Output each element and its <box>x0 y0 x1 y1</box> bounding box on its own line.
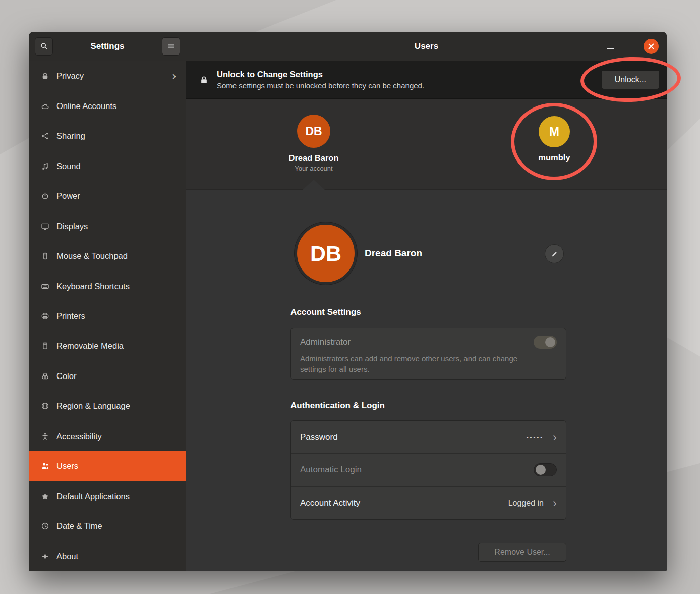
edit-name-button[interactable] <box>545 244 564 263</box>
administrator-panel: Administrator Administrators can add and… <box>290 328 566 380</box>
user-details: DB Dread Baron Account Settings Administ… <box>186 190 667 571</box>
sidebar-item-label: Date & Time <box>56 521 102 531</box>
page-title: Users <box>415 41 438 51</box>
profile-avatar[interactable]: DB <box>295 222 357 285</box>
hamburger-icon <box>167 42 176 50</box>
password-dots: ••••• <box>527 434 544 440</box>
account-activity-row[interactable]: Account Activity Logged in › <box>291 487 566 519</box>
sidebar-item-mouse-touchpad[interactable]: Mouse & Touchpad <box>29 241 186 271</box>
sidebar-item-date-time[interactable]: Date & Time <box>29 511 186 541</box>
administrator-row: Administrator <box>300 336 557 349</box>
sidebar-item-label: Sound <box>56 161 81 171</box>
share-icon <box>41 132 49 140</box>
sidebar-item-sharing[interactable]: Sharing <box>29 121 186 151</box>
close-button[interactable] <box>644 39 659 54</box>
titlebar[interactable]: Users <box>186 32 667 61</box>
profile-name: Dread Baron <box>365 248 422 259</box>
selected-user-pointer <box>303 180 325 190</box>
unlock-button[interactable]: Unlock... <box>601 70 660 89</box>
chevron-right-icon: › <box>172 71 179 82</box>
users-icon <box>41 462 49 470</box>
sidebar-item-sound[interactable]: Sound <box>29 151 186 181</box>
clock-icon <box>41 522 49 530</box>
user-subtitle: Your account <box>295 165 332 172</box>
administrator-label: Administrator <box>300 337 351 347</box>
hamburger-menu-button[interactable] <box>162 37 180 56</box>
sidebar-item-online-accounts[interactable]: Online Accounts <box>29 91 186 121</box>
password-label: Password <box>300 432 338 442</box>
sidebar-header: Settings <box>29 32 186 61</box>
automatic-login-label: Automatic Login <box>300 465 362 475</box>
toggle-knob <box>545 337 555 347</box>
sidebar-item-label: Keyboard Shortcuts <box>56 282 130 291</box>
chevron-right-icon: › <box>553 497 557 509</box>
settings-window: Settings Privacy › Online Accounts <box>29 32 667 571</box>
sidebar-item-label: Removable Media <box>56 341 124 351</box>
password-row[interactable]: Password ••••• › <box>291 421 566 454</box>
sidebar-item-color[interactable]: Color <box>29 361 186 391</box>
keyboard-icon <box>41 282 49 291</box>
desktop-background: Settings Privacy › Online Accounts <box>0 0 700 594</box>
sidebar-item-about[interactable]: About <box>29 542 186 571</box>
sidebar-item-power[interactable]: Power <box>29 181 186 211</box>
minimize-button[interactable] <box>607 48 614 49</box>
maximize-button[interactable] <box>626 44 631 49</box>
pencil-icon <box>551 250 558 258</box>
administrator-toggle[interactable] <box>534 336 557 349</box>
user-carousel: DB Dread Baron Your account M mumbly <box>186 99 667 190</box>
window-controls <box>607 32 659 61</box>
administrator-description: Administrators can add and remove other … <box>300 353 518 375</box>
avatar[interactable]: M <box>539 116 570 147</box>
automatic-login-toggle[interactable] <box>534 463 557 476</box>
search-icon <box>40 42 48 50</box>
sidebar-item-label: Power <box>56 191 80 201</box>
user-name: Dread Baron <box>288 153 338 163</box>
sidebar-item-printers[interactable]: Printers <box>29 301 186 331</box>
sidebar-item-label: Accessibility <box>56 431 102 441</box>
main-panel: Users Unlock to Change Settings Some set… <box>186 32 667 571</box>
search-button[interactable] <box>35 37 53 56</box>
sidebar-nav: Privacy › Online Accounts Sharing Sound <box>29 61 186 571</box>
sidebar-item-label: Region & Language <box>56 401 130 411</box>
sidebar-item-label: Mouse & Touchpad <box>56 251 128 261</box>
remove-user-button[interactable]: Remove User... <box>478 543 566 562</box>
unlock-banner-text: Unlock to Change Settings Some settings … <box>217 70 424 90</box>
authentication-heading: Authentication & Login <box>290 401 385 411</box>
sidebar: Settings Privacy › Online Accounts <box>29 32 186 571</box>
sidebar-item-accessibility[interactable]: Accessibility <box>29 421 186 451</box>
sidebar-item-label: Printers <box>56 311 85 321</box>
printer-icon <box>41 312 49 320</box>
sidebar-item-label: Sharing <box>56 131 85 141</box>
cloud-icon <box>41 102 49 111</box>
sidebar-item-keyboard-shortcuts[interactable]: Keyboard Shortcuts <box>29 271 186 301</box>
removable-media-icon <box>41 342 49 350</box>
sidebar-item-label: Users <box>56 461 78 471</box>
sidebar-item-label: Displays <box>56 222 88 231</box>
sidebar-item-label: Online Accounts <box>56 101 116 111</box>
avatar[interactable]: DB <box>297 115 330 148</box>
chevron-right-icon: › <box>553 431 557 443</box>
globe-icon <box>41 402 49 410</box>
music-note-icon <box>41 162 49 171</box>
carousel-user-mumbly[interactable]: M mumbly <box>514 116 595 163</box>
carousel-user-dread-baron[interactable]: DB Dread Baron Your account <box>273 115 354 172</box>
sidebar-item-label: Color <box>56 371 76 381</box>
sidebar-item-default-applications[interactable]: Default Applications <box>29 481 186 511</box>
sidebar-item-privacy[interactable]: Privacy › <box>29 61 186 91</box>
app-title: Settings <box>90 41 124 51</box>
toggle-knob <box>536 465 546 475</box>
lock-icon <box>41 72 49 80</box>
sidebar-item-removable-media[interactable]: Removable Media <box>29 331 186 361</box>
power-icon <box>41 192 49 200</box>
account-activity-label: Account Activity <box>300 498 360 508</box>
unlock-banner-subtitle: Some settings must be unlocked before th… <box>217 81 424 90</box>
user-name: mumbly <box>538 153 570 163</box>
sidebar-item-region-language[interactable]: Region & Language <box>29 391 186 421</box>
authentication-panel: Password ••••• › Automatic Login Acco <box>290 420 566 520</box>
color-icon <box>41 372 49 381</box>
star-icon <box>41 492 49 501</box>
sidebar-item-displays[interactable]: Displays <box>29 211 186 241</box>
sidebar-item-users[interactable]: Users <box>29 451 186 481</box>
display-icon <box>41 222 49 231</box>
account-settings-heading: Account Settings <box>290 307 361 317</box>
